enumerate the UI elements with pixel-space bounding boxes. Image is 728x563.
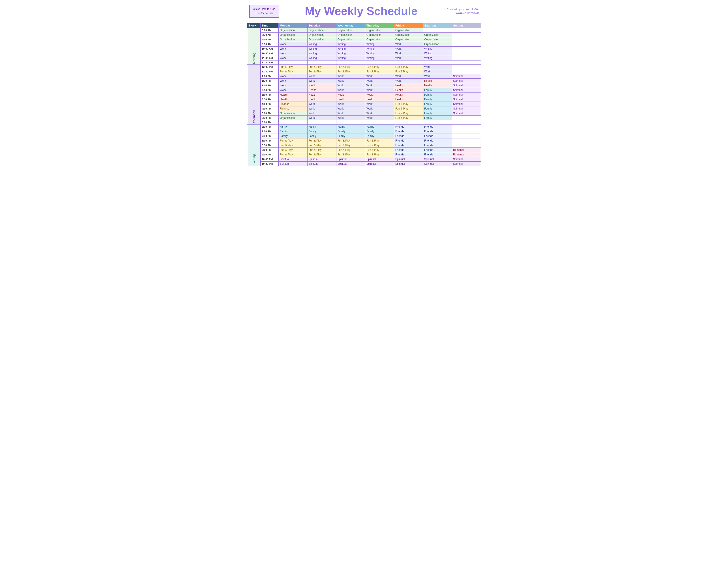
activity-cell: Work [278,47,307,51]
activity-cell: Work [278,74,307,79]
time-cell: 5:30 PM [261,116,279,120]
activity-cell: Fun & Play [307,138,336,143]
activity-cell: Family [423,106,452,111]
table-row: 11:00 AMWorkWritingWritingWritingWorkWri… [247,56,481,60]
activity-cell: Spiritual [307,162,336,166]
activity-cell: Organization [336,37,365,42]
activity-cell: Organization [423,33,452,37]
activity-cell: Writing [423,47,452,51]
activity-cell: Work [278,42,307,47]
activity-cell: Fun & Play [365,65,394,69]
activity-cell: Organization [365,28,394,33]
activity-cell [452,69,481,74]
activity-cell: Family [365,124,394,129]
activity-cell [452,28,481,33]
activity-cell: Friends [423,124,452,129]
activity-cell [394,120,423,124]
activity-cell: Family [336,129,365,134]
time-cell: 10:00 AM [261,47,279,51]
activity-cell: Work [278,88,307,92]
activity-cell: Organization [365,37,394,42]
activity-cell: Writing [307,56,336,60]
activity-cell: Work [278,56,307,60]
activity-cell: Work [336,111,365,116]
activity-cell: Family [423,116,452,120]
th-thursday: Thursday [365,23,394,28]
page-header: Click: How to Use This Schedule My Weekl… [247,4,481,18]
table-row: 10:30 AMWorkWritingWritingWritingWorkWri… [247,51,481,56]
th-monday: Monday [278,23,307,28]
activity-cell: Fun & Play [278,138,307,143]
activity-cell: Friends [394,138,423,143]
activity-cell: Work [307,74,336,79]
activity-cell [278,120,307,124]
time-cell: 2:00 PM [261,83,279,88]
activity-cell: Spiritual [336,157,365,162]
activity-cell: Spiritual [452,162,481,166]
activity-cell: Family [307,134,336,138]
activity-cell: Work [394,79,423,83]
activity-cell [452,56,481,60]
activity-cell: Spiritual [452,102,481,106]
time-cell: 5:00 PM [261,111,279,116]
th-wednesday: Wednesday [336,23,365,28]
activity-cell: Work [423,69,452,74]
activity-cell: Family [307,129,336,134]
activity-cell: Fun & Play [307,148,336,152]
activity-cell: Work [336,116,365,120]
activity-cell [452,42,481,47]
activity-cell: Organization [307,33,336,37]
activity-cell: Work [423,65,452,69]
how-to-use-button[interactable]: Click: How to Use This Schedule [249,5,279,18]
activity-cell: Writing [423,56,452,60]
time-cell: 8:00 PM [261,138,279,143]
th-saturday: Saturday [423,23,452,28]
time-cell: 12:30 PM [261,69,279,74]
table-row: 1:00 PMWorkWorkWorkWorkWorkWorkSpiritual [247,74,481,79]
table-row: 5:30 PMOrganizationWorkWorkWorkFun & Pla… [247,116,481,120]
activity-cell: Family [307,124,336,129]
activity-cell: Family [278,129,307,134]
activity-cell: Writing [336,42,365,47]
activity-cell: Spiritual [365,162,394,166]
activity-cell: Family [336,124,365,129]
activity-cell [452,116,481,120]
activity-cell [394,60,423,65]
activity-cell: Writing [336,51,365,56]
activity-cell: Friends [394,129,423,134]
activity-cell: Fun & Play [365,152,394,157]
activity-cell: Friends [394,143,423,148]
table-row: 11:30 AM [247,60,481,65]
activity-cell: Work [365,79,394,83]
activity-cell: Family [278,134,307,138]
table-row: 9:30 PMFun & PlayFun & PlayFun & PlayFun… [247,152,481,157]
activity-cell: Friends [394,134,423,138]
activity-cell: Friends [394,148,423,152]
activity-cell: Organization [307,37,336,42]
activity-cell: Work [394,56,423,60]
activity-cell: Health [336,97,365,102]
activity-cell: Family [423,111,452,116]
schedule-table: Block Time Monday Tuesday Wednesday Thur… [247,23,481,166]
activity-cell: Fun & Play [394,116,423,120]
time-cell: 6:30 PM [261,124,279,129]
activity-cell: Writing [365,42,394,47]
time-cell: 11:00 AM [261,56,279,60]
activity-cell: Organization [394,28,423,33]
activity-cell: Health [336,92,365,97]
activity-cell: Spiritual [452,79,481,83]
table-row: 9:00 PMFun & PlayFun & PlayFun & PlayFun… [247,148,481,152]
activity-cell: Spiritual [394,162,423,166]
table-row: 8:00 PMFun & PlayFun & PlayFun & PlayFun… [247,138,481,143]
time-cell: 7:30 PM [261,134,279,138]
activity-cell: Fun & Play [336,148,365,152]
table-row: 10:00 PMSpiritualSpiritualSpiritualSpiri… [247,157,481,162]
activity-cell: Health [307,83,336,88]
activity-cell: Writing [307,42,336,47]
creator-url: www.writerfly.com [443,11,479,14]
activity-cell: Finance [278,102,307,106]
activity-cell: Fun & Play [278,152,307,157]
activity-cell: Fun & Play [307,65,336,69]
activity-cell [278,60,307,65]
activity-cell [423,60,452,65]
